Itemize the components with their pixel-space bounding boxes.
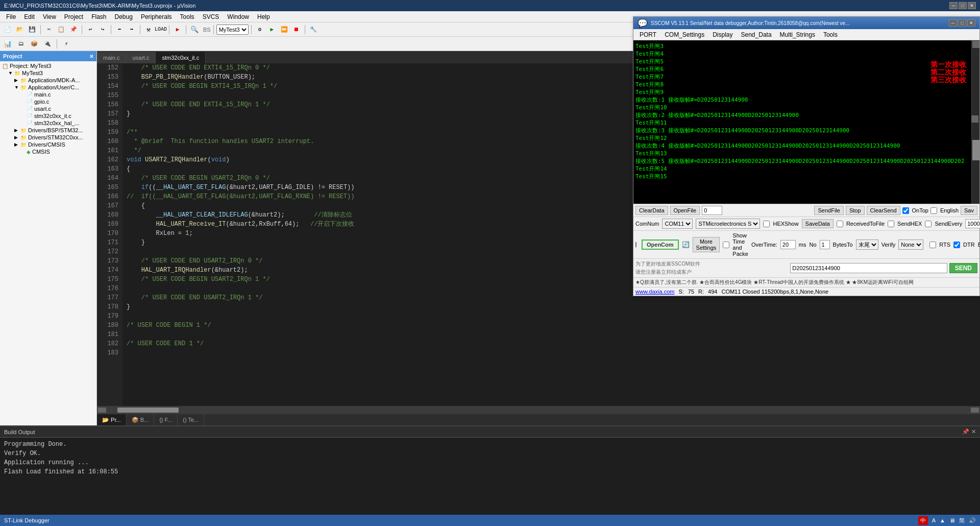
verify-select[interactable]: None [898,240,923,250]
menu-window[interactable]: Window [223,12,253,21]
tree-it-c[interactable]: 📄 stm32c0xx_it.c [1,112,95,119]
over-time-val[interactable] [780,240,796,249]
com-vendor-select[interactable]: STMicroelectronics S [696,219,760,229]
minimize-button[interactable]: ─ [949,2,958,9]
sscom-menu-tools[interactable]: Tools [819,30,842,39]
save-data-btn[interactable]: SaveData [802,219,834,228]
no-val[interactable] [820,240,830,249]
more-settings-btn[interactable]: More Settings [693,237,720,252]
h-scroll-thumb[interactable] [117,408,179,413]
cut-btn[interactable]: ✂ [43,24,55,35]
send-every-val[interactable] [965,219,980,228]
project-select[interactable]: MyTest3 [216,25,249,35]
extra1-btn[interactable]: 🔧 [308,24,319,35]
send-input[interactable] [790,263,947,273]
maximize-button[interactable]: □ [959,2,967,9]
tab-stm32-it[interactable]: stm32c0xx_it.c [156,52,206,63]
sscom-menu-display[interactable]: Display [708,30,737,39]
open-file-btn[interactable]: OpenFile [670,206,700,215]
menu-debug[interactable]: Debug [111,12,137,21]
tree-cmsis[interactable]: ◆ CMSIS [1,148,95,155]
bottom-tab-te[interactable]: () Te... [178,414,204,425]
open-btn[interactable]: 📂 [14,24,26,35]
sscom-maximize-btn[interactable]: □ [958,19,966,27]
menu-edit[interactable]: Edit [20,12,39,21]
menu-tools[interactable]: Tools [176,12,199,21]
rts-checkbox[interactable] [929,242,936,248]
bottom-tab-f[interactable]: {} F... [154,414,178,425]
tb2-btn3[interactable]: 📦 [29,38,40,50]
sscom-menu-port[interactable]: PORT [635,30,660,39]
menu-flash[interactable]: Flash [87,12,110,21]
clear-data-btn[interactable]: ClearData [635,206,668,215]
tray-a[interactable]: A [932,517,936,523]
open-file-input[interactable] [702,206,722,215]
tree-stm32-drivers[interactable]: ▶ 📁 Drivers/STM32C0xx... [1,134,95,141]
sscom-menu-send-data[interactable]: Send_Data [737,30,776,39]
tree-bsp[interactable]: ▶ 📁 Drivers/BSP/STM32... [1,127,95,134]
menu-svcs[interactable]: SVCS [199,12,224,21]
stop-btn[interactable]: Stop [846,206,865,215]
send-btn[interactable]: SEND [949,263,977,273]
tb2-btn5[interactable]: ⚡ [61,38,72,50]
sscom-vscroll[interactable] [971,40,979,204]
project-panel-close[interactable]: ✕ [89,54,93,59]
save-btn-sscom[interactable]: Sav [961,206,977,215]
build-btn[interactable]: ⚒ [143,24,154,35]
bottom-tab-b[interactable]: 📦 B... [127,414,155,425]
prev-btn[interactable]: ⬅ [114,24,125,35]
build-pin-icon[interactable]: 📌 [962,428,969,435]
tab-main-c[interactable]: main.c [97,52,126,63]
h-scroll[interactable] [97,406,980,414]
refresh-icon[interactable]: 🔄 [682,241,690,248]
menu-view[interactable]: View [39,12,60,21]
tree-app-user[interactable]: ▼ 📁 Application/User/C... [1,84,95,91]
undo-btn[interactable]: ↩ [85,24,96,35]
tray-cn[interactable]: 中 [918,516,928,525]
zoom-btn[interactable]: 🔍 [189,24,200,35]
save-btn[interactable]: 💾 [27,24,38,35]
copy-btn[interactable]: 📋 [56,24,67,35]
menu-peripherals[interactable]: Peripherals [137,12,176,21]
load-btn[interactable]: LOAD [155,24,166,35]
english-checkbox[interactable] [930,207,937,214]
tree-app-mdk[interactable]: ▶ 📁 Application/MDK-A... [1,77,95,84]
tab-usart-c[interactable]: usart.c [126,52,156,63]
tree-project-root[interactable]: 📋 Project: MyTest3 [1,62,95,69]
bottom-tab-project[interactable]: 📂 Pr... [97,414,127,425]
sscom-minimize-btn[interactable]: ─ [949,19,957,27]
menu-project[interactable]: Project [60,12,87,21]
new-file-btn[interactable]: 📄 [2,24,13,35]
tree-hal-c[interactable]: 📄 stm32c0xx_hal_... [1,119,95,127]
dtr-checkbox[interactable] [953,242,960,248]
redo-btn[interactable]: ↪ [97,24,108,35]
tree-main-c[interactable]: 📄 main.c [1,91,95,98]
close-button[interactable]: ✕ [968,2,976,9]
sscom-close-btn[interactable]: ✕ [967,19,975,27]
menu-help[interactable]: Help [253,12,274,21]
recv-to-file-checkbox[interactable] [837,221,843,227]
menu-file[interactable]: File [2,12,20,21]
paste-btn[interactable]: 📌 [68,24,79,35]
send-every-checkbox[interactable] [925,221,932,227]
sscom-menu-com-settings[interactable]: COM_Settings [660,30,708,39]
clear-send-btn[interactable]: ClearSend [867,206,900,215]
tb2-btn4[interactable]: 🔌 [42,38,53,50]
tb2-btn2[interactable]: 🗂 [15,38,27,50]
hex-show-checkbox[interactable] [763,221,770,227]
stop-debug-btn[interactable]: ⏹ [291,24,302,35]
website-link[interactable]: www.daxia.com [635,289,674,295]
tb2-btn1[interactable]: 📊 [2,38,13,50]
step-btn[interactable]: ⏩ [279,24,290,35]
tree-usart-c[interactable]: 📄 usart.c [1,105,95,112]
settings-btn[interactable]: ⚙ [254,24,265,35]
send-hex-checkbox[interactable] [888,221,894,227]
on-top-checkbox[interactable] [902,207,909,214]
tail-select[interactable]: 末尾 [856,240,878,250]
sscom-menu-multi-strings[interactable]: Multi_Strings [776,30,819,39]
open-com-btn[interactable]: OpenCom [642,240,679,250]
tree-cmsis-folder[interactable]: ▶ 📁 Drivers/CMSIS [1,141,95,148]
tree-gpio-c[interactable]: 📄 gpio.c [1,98,95,105]
next-btn[interactable]: ➡ [126,24,137,35]
run-btn[interactable]: ▶ [266,24,278,35]
